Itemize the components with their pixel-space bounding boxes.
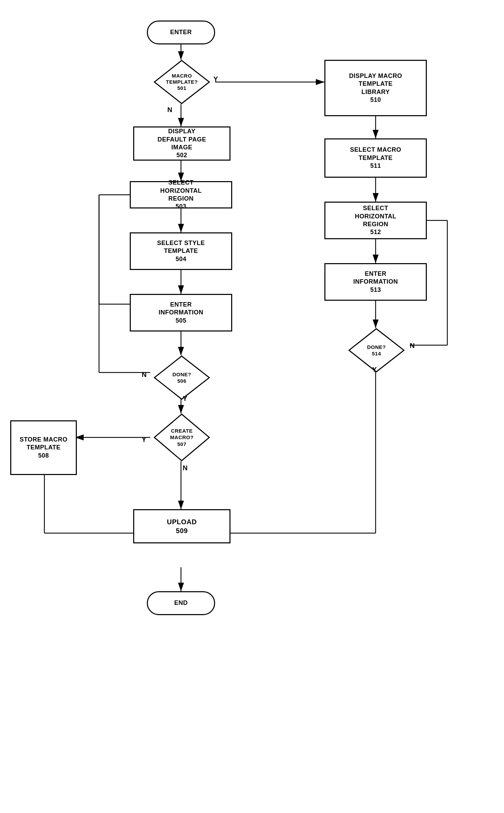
flowchart: ENTER MACROTEMPLATE?501 Y N DISPLAYDEFAU… xyxy=(0,0,504,813)
y-done506-label: Y xyxy=(183,395,187,403)
done-514-label: DONE?514 xyxy=(367,344,386,357)
select-horiz-512-node: SELECTHORIZONTALREGION512 xyxy=(324,202,427,239)
end-label: END xyxy=(174,599,188,607)
n-macro-label: N xyxy=(167,106,172,114)
display-default-node: DISPLAYDEFAULT PAGEIMAGE502 xyxy=(133,126,230,161)
store-macro-508-label: STORE MACROTEMPLATE508 xyxy=(19,436,67,460)
end-node: END xyxy=(147,591,215,615)
n-create507-label: N xyxy=(183,464,187,472)
n-done514-label: N xyxy=(410,342,415,350)
display-macro-lib-510-label: DISPLAY MACROTEMPLATELIBRARY510 xyxy=(349,72,402,104)
macro-template-label: MACROTEMPLATE?501 xyxy=(166,73,198,91)
macro-template-diamond: MACROTEMPLATE?501 xyxy=(154,60,210,104)
select-style-504-label: SELECT STYLETEMPLATE504 xyxy=(157,239,205,263)
enter-info-505-label: ENTERINFORMATION505 xyxy=(158,301,203,325)
upload-509-node: UPLOAD509 xyxy=(133,509,230,543)
display-macro-lib-510-node: DISPLAY MACROTEMPLATELIBRARY510 xyxy=(324,60,427,116)
select-horiz-503-node: SELECTHORIZONTALREGION503 xyxy=(130,181,232,208)
create-macro-507-diamond: CREATEMACRO?507 xyxy=(154,414,210,461)
done-506-label: DONE?506 xyxy=(172,371,191,384)
y-macro-label: Y xyxy=(213,75,218,83)
store-macro-508-node: STORE MACROTEMPLATE508 xyxy=(10,420,77,475)
create-macro-507-label: CREATEMACRO?507 xyxy=(170,428,194,448)
select-macro-511-node: SELECT MACROTEMPLATE511 xyxy=(324,138,427,178)
done-506-diamond: DONE?506 xyxy=(154,355,210,400)
upload-509-label: UPLOAD509 xyxy=(167,517,197,535)
y-create507-label: Y xyxy=(142,436,146,444)
enter-label: ENTER xyxy=(170,28,192,36)
y-done514-label: Y xyxy=(372,366,377,374)
enter-info-505-node: ENTERINFORMATION505 xyxy=(130,294,232,331)
n-done506-label: N xyxy=(142,371,146,379)
select-macro-511-label: SELECT MACROTEMPLATE511 xyxy=(350,146,401,170)
select-horiz-512-label: SELECTHORIZONTALREGION512 xyxy=(355,204,396,236)
select-style-504-node: SELECT STYLETEMPLATE504 xyxy=(130,232,232,270)
enter-info-513-label: ENTERINFORMATION513 xyxy=(353,270,398,294)
display-default-label: DISPLAYDEFAULT PAGEIMAGE502 xyxy=(157,127,206,160)
arrows-svg xyxy=(0,0,504,813)
select-horiz-503-label: SELECTHORIZONTALREGION503 xyxy=(160,179,202,211)
enter-info-513-node: ENTERINFORMATION513 xyxy=(324,263,427,301)
enter-node: ENTER xyxy=(147,21,215,44)
